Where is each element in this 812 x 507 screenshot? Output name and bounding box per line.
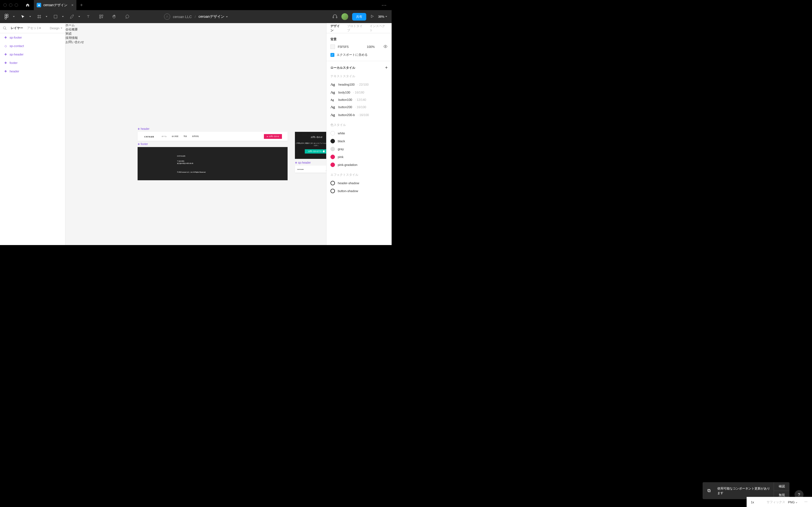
frame-sp-header[interactable]: ceroan ≡メニュー <box>295 166 326 173</box>
effect-style-button-shadow[interactable]: button-shadow <box>326 187 392 195</box>
svg-point-1 <box>6 14 8 16</box>
color-style-gray[interactable]: gray <box>326 145 392 153</box>
inspect-tab[interactable]: インスペクト <box>370 24 388 33</box>
svg-rect-5 <box>54 15 57 18</box>
new-tab-button[interactable]: + <box>77 3 87 8</box>
breadcrumb[interactable]: ceroan LLC / ceroanデザイン <box>164 13 228 20</box>
svg-point-4 <box>5 17 6 19</box>
comment-tool[interactable] <box>121 10 134 23</box>
window-titlebar: ◆ ceroanデザイン × + ⋯ <box>0 0 392 10</box>
share-button[interactable]: 共有 <box>352 13 366 20</box>
color-style-pink[interactable]: pink <box>326 153 392 161</box>
visibility-icon[interactable] <box>383 44 388 49</box>
text-styles-label: テキストスタイル <box>331 74 388 78</box>
home-tab[interactable] <box>21 0 34 10</box>
frame-footer[interactable]: ceroan 〒164-0001東京都中野区中野5-26-29 © 2022 c… <box>138 147 288 180</box>
effect-style-header-shadow[interactable]: header-shadow <box>326 179 392 187</box>
layer-item-footer[interactable]: ❖footer <box>0 59 65 67</box>
svg-point-2 <box>5 16 6 17</box>
close-window[interactable] <box>3 3 7 7</box>
text-style-button100[interactable]: Agbutton100 · 12/140 <box>326 96 392 103</box>
background-opacity[interactable]: 100% <box>367 45 375 48</box>
text-style-heading100[interactable]: Agheading100 · 22/100 <box>326 80 392 89</box>
export-checkbox[interactable]: ✓ <box>331 53 335 57</box>
export-label: エクスポートに含める <box>337 53 368 57</box>
close-tab-icon[interactable]: × <box>71 3 73 7</box>
component-label-header[interactable]: header <box>138 127 149 130</box>
text-style-button200-b[interactable]: Agbutton200-b · 16/100 <box>326 111 392 119</box>
text-style-body100[interactable]: Agbody100 · 16/180 <box>326 89 392 96</box>
frame-sp-contact[interactable]: お問い合わせ ご不明な点やご相談がございましたらフォームよりお問い合わせください… <box>295 132 326 159</box>
local-styles-title: ローカルスタイル <box>331 66 355 70</box>
svg-point-3 <box>6 16 8 17</box>
frame-header[interactable]: ceroan ホーム会社概要実績採用情報 ✉お問い合わせ <box>138 132 288 141</box>
team-avatar-icon <box>164 13 170 20</box>
svg-rect-8 <box>100 17 101 18</box>
svg-rect-6 <box>100 15 101 16</box>
background-hex[interactable]: F5F5F5 <box>338 45 349 48</box>
component-label-footer[interactable]: footer <box>138 143 148 146</box>
canvas[interactable]: header ceroan ホーム会社概要実績採用情報 ✉お問い合わせ foot… <box>65 23 326 245</box>
color-style-white[interactable]: white <box>326 129 392 137</box>
svg-point-9 <box>166 16 167 17</box>
frame-tool[interactable] <box>33 10 49 23</box>
traffic-lights <box>0 3 21 7</box>
svg-point-0 <box>5 14 6 16</box>
effect-styles-label: エフェクトスタイル <box>331 173 388 177</box>
assets-tab[interactable]: アセット <box>27 26 41 30</box>
background-swatch[interactable] <box>331 45 335 49</box>
tab-title: ceroanデザイン <box>43 3 67 8</box>
color-styles-label: 色スタイル <box>331 123 388 127</box>
present-icon[interactable] <box>370 14 374 19</box>
figma-menu[interactable] <box>0 10 16 23</box>
minimize-window[interactable] <box>9 3 12 7</box>
hand-tool[interactable] <box>108 10 121 23</box>
file-favicon: ◆ <box>37 3 41 7</box>
color-style-black[interactable]: black <box>326 137 392 145</box>
page-selector[interactable]: Design <box>50 26 62 30</box>
text-tool[interactable] <box>82 10 95 23</box>
pen-tool[interactable] <box>65 10 82 23</box>
layer-item-sp-header[interactable]: ❖sp-header <box>0 50 65 59</box>
text-style-button200[interactable]: Agbutton200 · 16/100 <box>326 103 392 111</box>
maximize-window[interactable] <box>15 3 18 7</box>
background-section-title: 背景 <box>331 37 388 41</box>
layer-item-sp-contact[interactable]: ◇sp-contact <box>0 42 65 50</box>
color-style-pink-gradation[interactable]: pink-gradation <box>326 161 392 169</box>
layers-tab[interactable]: レイヤー <box>11 26 23 30</box>
layer-item-header[interactable]: ❖header <box>0 67 65 75</box>
headphones-icon[interactable] <box>333 14 338 19</box>
component-label-sp-header[interactable]: sp-header <box>295 161 311 164</box>
design-tab[interactable]: デザイン <box>331 24 343 33</box>
svg-point-10 <box>3 26 6 29</box>
svg-point-11 <box>385 46 386 47</box>
left-panel: レイヤー アセット Design ❖sp-footer◇sp-contact❖s… <box>0 23 65 245</box>
right-panel: デザイン プロトタイプ インスペクト 背景 F5F5F5 100% ✓ エクスポ… <box>326 23 392 245</box>
user-avatar[interactable] <box>342 13 348 20</box>
shape-tool[interactable] <box>49 10 65 23</box>
team-name[interactable]: ceroan LLC <box>173 15 192 19</box>
svg-rect-7 <box>101 15 103 16</box>
toolbar: ceroan LLC / ceroanデザイン 共有 38% <box>0 10 392 23</box>
resources-tool[interactable] <box>95 10 108 23</box>
file-tab[interactable]: ◆ ceroanデザイン × <box>34 0 77 10</box>
add-style-icon[interactable]: + <box>385 65 388 70</box>
search-icon[interactable] <box>3 26 7 30</box>
file-name[interactable]: ceroanデザイン <box>199 14 228 19</box>
zoom-level[interactable]: 38% <box>378 15 387 18</box>
window-menu-icon[interactable]: ⋯ <box>382 2 392 8</box>
prototype-tab[interactable]: プロトタイプ <box>347 24 365 33</box>
layer-item-sp-footer[interactable]: ❖sp-footer <box>0 33 65 42</box>
